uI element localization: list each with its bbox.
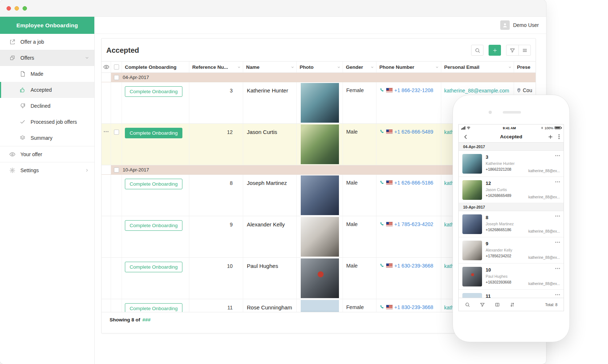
total-count: Total: 8 — [545, 302, 557, 307]
column-header[interactable]: Photo — [297, 62, 343, 72]
columns-icon[interactable] — [495, 302, 500, 307]
phone-number[interactable]: +1 630-239-3668 — [394, 263, 433, 269]
phone-icon — [379, 129, 384, 134]
column-header[interactable]: Complete Onboarding — [122, 62, 189, 72]
sidebar-item-made[interactable]: Made — [0, 66, 94, 82]
record-number: 8 — [486, 214, 528, 221]
sidebar-item-processed-job-offers[interactable]: Processed job offers — [0, 114, 94, 130]
filter-icon — [510, 48, 515, 53]
personal-email: katherine_88@ex... — [528, 169, 560, 173]
minimize-window-button[interactable] — [15, 6, 19, 11]
sidebar-item-accepted[interactable]: Accepted — [0, 82, 94, 98]
complete-onboarding-button[interactable]: Complete Onboarding — [125, 128, 182, 138]
row-checkbox[interactable] — [114, 130, 119, 135]
item-menu-icon[interactable] — [555, 181, 560, 182]
search-button[interactable] — [471, 45, 483, 56]
row-menu-button[interactable] — [102, 124, 111, 165]
sidebar-item-label: Declined — [31, 103, 50, 109]
employee-name: Rose Cunningham — [243, 299, 297, 312]
list-item[interactable]: 12 Jason Curtis +16268665489 katherine_8… — [459, 177, 564, 203]
table-header-row: Complete Onboarding Reference Nu... Name… — [102, 61, 536, 73]
phone-number: +16268665489 — [486, 193, 528, 199]
status-time: 9:41 AM — [484, 126, 535, 130]
column-header[interactable]: Gender — [343, 62, 376, 72]
phone-number: +18662321208 — [486, 166, 528, 173]
top-bar: Demo User — [95, 17, 546, 34]
sort-icon[interactable] — [510, 302, 515, 307]
mobile-group-header: 10-Apr-2017 — [459, 203, 564, 211]
phone-number[interactable]: +1 785-623-4202 — [394, 221, 433, 227]
select-all-checkbox[interactable] — [114, 64, 119, 70]
item-menu-icon[interactable] — [555, 294, 560, 295]
filter-button[interactable] — [506, 45, 518, 55]
list-item[interactable]: 10 Paul Hughes +16302393668 katherine_88… — [459, 264, 564, 290]
sidebar-item-your-offer[interactable]: Your offer — [0, 146, 94, 162]
complete-onboarding-button[interactable]: Complete Onboarding — [125, 179, 182, 189]
phone-number[interactable]: +1 866-232-1208 — [394, 87, 433, 93]
item-menu-icon[interactable] — [555, 268, 560, 269]
column-header[interactable]: Personal Email — [441, 62, 514, 72]
us-flag-icon — [386, 130, 392, 134]
select-all-checkbox-cell — [111, 62, 122, 72]
list-item[interactable]: 8 Joseph Martinez +16268665186 katherine… — [459, 211, 564, 237]
app-title: Employee Onboarding — [0, 17, 94, 34]
check-icon — [20, 119, 25, 125]
close-window-button[interactable] — [7, 6, 11, 11]
add-record-button[interactable] — [489, 45, 501, 56]
item-menu-icon[interactable] — [555, 242, 560, 243]
mobile-list: 04-Apr-2017 3 Katherine Hunter +18662321… — [459, 143, 564, 298]
camera-dot — [489, 111, 492, 114]
window-titlebar — [0, 0, 546, 17]
phone-number: +16302393668 — [486, 279, 528, 285]
column-header[interactable]: Phone Number — [376, 62, 441, 72]
sidebar-item-summary[interactable]: Summary — [0, 130, 94, 146]
sidebar-item-offer-a-job[interactable]: Offer a job — [0, 34, 94, 50]
sidebar-item-label: Your offer — [20, 151, 42, 157]
visibility-column-header[interactable] — [102, 62, 111, 72]
sidebar-item-declined[interactable]: Declined — [0, 98, 94, 114]
group-checkbox[interactable] — [114, 75, 119, 80]
personal-email: katherine_88@ex... — [528, 256, 560, 260]
complete-onboarding-button[interactable]: Complete Onboarding — [125, 220, 182, 231]
employee-name: Jason Curtis — [243, 124, 297, 165]
employee-photo — [301, 124, 339, 164]
phone-number[interactable]: +1 626-866-5489 — [394, 129, 433, 135]
chevron-right-icon — [85, 168, 89, 173]
complete-onboarding-button[interactable]: Complete Onboarding — [125, 86, 182, 97]
phone-icon — [379, 222, 384, 227]
menu-button[interactable] — [518, 45, 530, 55]
complete-onboarding-button[interactable]: Complete Onboarding — [125, 262, 182, 272]
thumbs-up-icon — [20, 87, 25, 93]
list-item[interactable]: 9 Alexander Kelly +17856234202 katherine… — [459, 237, 564, 264]
column-header[interactable]: Reference Nu... — [189, 62, 243, 72]
item-menu-icon[interactable] — [555, 155, 560, 156]
zoom-window-button[interactable] — [23, 6, 27, 11]
search-icon[interactable] — [465, 302, 470, 307]
list-item[interactable]: 11 — [459, 290, 564, 298]
complete-onboarding-button[interactable]: Complete Onboarding — [125, 303, 182, 312]
column-header[interactable]: Prese — [514, 62, 536, 72]
sidebar-item-offers[interactable]: Offers — [0, 50, 94, 66]
speaker-slot — [503, 111, 521, 114]
personal-email: katherine_88@ex... — [528, 195, 560, 199]
record-number: 9 — [486, 241, 528, 247]
phone-number: +17856234202 — [486, 253, 528, 259]
group-row: 04-Apr-2017 — [102, 73, 536, 82]
user-menu[interactable]: Demo User — [500, 20, 539, 30]
employee-photo — [462, 214, 482, 234]
more-options-icon[interactable] — [558, 134, 560, 139]
phone-icon — [379, 305, 384, 310]
phone-number[interactable]: +1 830-239-3668 — [394, 304, 433, 310]
filter-icon[interactable] — [480, 302, 485, 307]
phone-number[interactable]: +1 626-866-5186 — [394, 180, 433, 186]
list-item[interactable]: 3 Katherine Hunter +18662321208 katherin… — [459, 151, 564, 177]
column-header[interactable]: Name — [243, 62, 297, 72]
share-icon — [9, 39, 15, 45]
group-checkbox[interactable] — [114, 167, 119, 173]
item-menu-icon[interactable] — [555, 215, 560, 217]
employee-photo — [462, 241, 482, 260]
sidebar-item-label: Offer a job — [20, 39, 44, 45]
add-icon[interactable] — [548, 134, 553, 140]
sidebar-item-settings[interactable]: Settings — [0, 162, 94, 178]
gender: Male — [343, 258, 376, 299]
